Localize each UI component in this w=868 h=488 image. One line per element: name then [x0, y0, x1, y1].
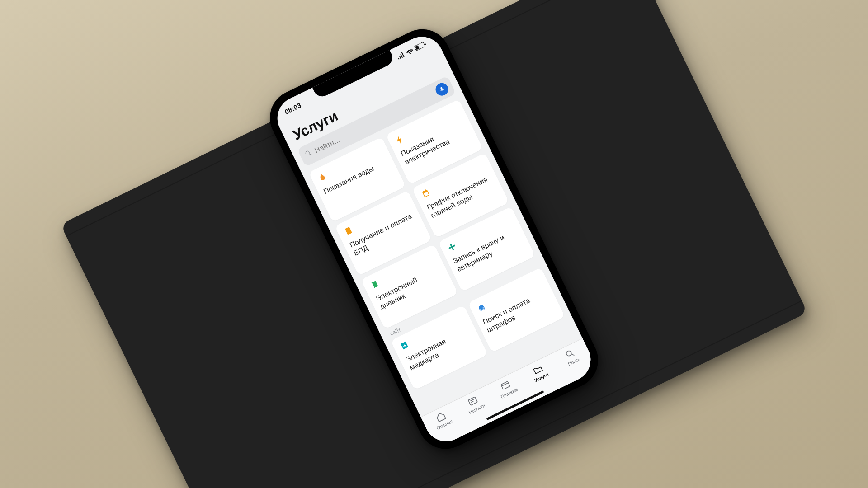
status-time: 08:03 [283, 101, 302, 116]
plus-icon [445, 240, 458, 253]
voice-search-button[interactable] [434, 81, 450, 98]
wifi-icon [406, 47, 415, 56]
water-drop-icon [316, 171, 329, 184]
service-card-title: График отключения горячей воды [425, 173, 497, 221]
service-card-title: Запись к врачу и ветеринару [452, 227, 523, 274]
service-card-title: Получение и оплата ЕПД [348, 211, 420, 258]
search-icon [303, 149, 314, 160]
battery-icon [414, 41, 427, 51]
calendar-icon [419, 187, 432, 200]
svg-point-5 [566, 350, 572, 357]
bolt-icon [393, 133, 406, 146]
medcard-icon [398, 339, 411, 352]
service-card-title: Показания электричества [399, 120, 471, 167]
service-card-title: Показания воды [322, 157, 389, 197]
car-icon [475, 301, 488, 314]
service-card-title: Поиск и оплата штрафов [481, 288, 553, 335]
service-card-title: Электронная медкарта [404, 325, 476, 373]
receipt-icon [342, 225, 355, 238]
service-card-title: Электронный дневник [374, 264, 446, 312]
book-icon [368, 278, 381, 291]
cellular-signal-icon [396, 52, 406, 60]
